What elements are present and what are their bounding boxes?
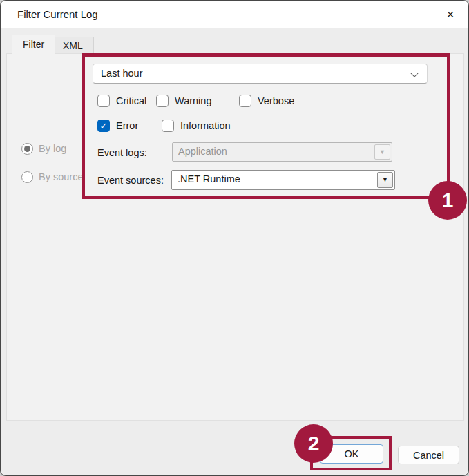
checkbox-error[interactable]: ✓ Error [97, 120, 138, 132]
checkbox-icon [239, 95, 251, 107]
event-logs-dropdown: Application ▼ [172, 142, 392, 162]
radio-selected-icon [21, 143, 33, 155]
footer-divider [1, 421, 468, 421]
step-badge-1: 1 [428, 181, 467, 220]
step-badge-2: 2 [294, 424, 333, 463]
checkmark-icon: ✓ [97, 120, 110, 132]
chevron-down-icon [410, 69, 418, 77]
logged-dropdown[interactable]: Last hour [93, 64, 428, 84]
radio-unselected-icon [21, 171, 33, 183]
tab-filter[interactable]: Filter [12, 35, 55, 55]
checkbox-icon [97, 95, 110, 107]
checkbox-critical[interactable]: Critical [97, 95, 146, 107]
checkbox-icon [162, 120, 174, 132]
checkbox-warning[interactable]: Warning [156, 95, 211, 107]
checkbox-information[interactable]: Information [162, 120, 231, 132]
close-icon[interactable]: × [442, 6, 459, 23]
tab-xml[interactable]: XML [52, 37, 94, 54]
cancel-button[interactable]: Cancel [398, 446, 459, 464]
checkbox-icon [156, 95, 169, 107]
logged-value: Last hour [101, 68, 142, 79]
radio-by-log[interactable]: By log [21, 143, 66, 155]
filter-current-log-dialog: Filter Current Log × Filter XML Logged: … [0, 0, 469, 476]
event-sources-label: Event sources: [97, 175, 164, 187]
event-logs-value: Application [178, 146, 227, 157]
dropdown-arrow-icon[interactable]: ▼ [377, 172, 393, 188]
dropdown-arrow-icon: ▼ [374, 144, 390, 160]
checkbox-verbose[interactable]: Verbose [239, 95, 294, 107]
dialog-title: Filter Current Log [17, 1, 98, 28]
event-sources-value: .NET Runtime [178, 173, 240, 184]
radio-by-source[interactable]: By source [21, 171, 83, 183]
event-sources-dropdown[interactable]: .NET Runtime ▼ [171, 170, 395, 190]
title-bar: Filter Current Log × [1, 1, 468, 28]
event-logs-label: Event logs: [97, 147, 147, 159]
filter-tab-page [6, 53, 464, 421]
